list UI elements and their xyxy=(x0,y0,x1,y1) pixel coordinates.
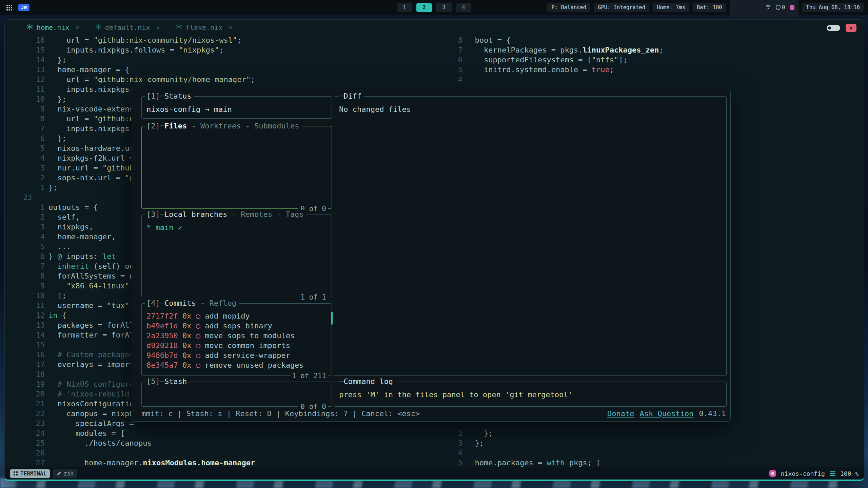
code-line[interactable]: 2 }; xyxy=(439,428,863,438)
panel-key: [3] xyxy=(146,210,160,219)
wifi-icon[interactable] xyxy=(734,0,771,17)
editor-pane-right[interactable]: 8 boot = {7 kernelPackages = pkgs.linuxP… xyxy=(439,35,863,84)
commit-row[interactable]: b49ef1d 0x ○ add sops binary xyxy=(146,321,327,331)
line-number: 19 xyxy=(18,379,45,389)
layout-list-icon[interactable] xyxy=(830,470,835,477)
line-number: 8 xyxy=(18,114,45,124)
branches-count: 1 of 1 xyxy=(298,292,328,302)
line-number: 24 xyxy=(18,428,45,438)
donate-link[interactable]: Donate xyxy=(607,409,634,419)
line-number: 10 xyxy=(18,94,45,104)
workspace-1[interactable]: 1 xyxy=(397,3,412,12)
commit-list: 2717f2f 0x ○ add mopidyb49ef1d 0x ○ add … xyxy=(142,304,332,370)
workspace-switcher: 1 2 3 4 xyxy=(397,3,471,12)
nix-snowflake-icon xyxy=(176,23,182,32)
tab-label: default.nix xyxy=(105,23,150,32)
code-line[interactable]: 27 home-manager.nixosModules.home-manage… xyxy=(5,458,435,468)
code-line[interactable]: 24 modules = [ xyxy=(5,428,435,438)
panel-stash[interactable]: [5]─Stash 0 of 0 xyxy=(141,382,332,407)
code-line[interactable]: 5 initrd.systemd.enable = true; xyxy=(439,65,863,75)
panel-tabs[interactable]: - Worktrees - Submodules xyxy=(187,122,299,130)
code-line[interactable]: 6 supportedFilesystems = ["ntfs"]; xyxy=(439,55,863,65)
tab-close-icon[interactable]: × xyxy=(229,24,232,31)
code-line[interactable]: 26 xyxy=(5,448,435,458)
panel-title: Files xyxy=(164,122,187,130)
workspace-2[interactable]: 2 xyxy=(416,3,432,12)
panel-title: Local branches xyxy=(164,210,227,219)
panel-command-log[interactable]: ─Command log press 'M' in the files pane… xyxy=(334,382,727,407)
line-number: 13 xyxy=(18,320,45,330)
code-line[interactable]: 25 ./hosts/canopus xyxy=(5,438,435,448)
shell-tab[interactable]: zsh xyxy=(53,469,77,478)
scroll-percent: 100 % xyxy=(840,470,859,477)
code-line[interactable]: 5 home.packages = with pkgs; [ xyxy=(439,458,863,468)
code-line[interactable]: 8 boot = { xyxy=(439,35,863,45)
commits-scrollbar[interactable] xyxy=(331,312,333,325)
lazygit-popup: [1]─Status nixos-config → main [2]─Files… xyxy=(131,89,731,422)
panel-status[interactable]: [1]─Status nixos-config → main xyxy=(141,96,332,119)
tab-flake-nix[interactable]: flake.nix × xyxy=(176,23,233,32)
line-number: 22 xyxy=(18,409,45,419)
window-close-button[interactable]: × xyxy=(846,24,856,32)
tab-close-icon[interactable]: × xyxy=(156,24,160,31)
line-number: 7 xyxy=(439,45,462,55)
line-number: 27 xyxy=(18,458,45,468)
line-number: 2 xyxy=(439,428,462,438)
code-line[interactable]: 4 xyxy=(439,448,863,458)
line-number: 10 xyxy=(18,291,45,301)
panel-title: Command log xyxy=(343,377,393,386)
ask-question-link[interactable]: Ask Question xyxy=(640,409,694,419)
line-number: 13 xyxy=(18,65,45,75)
line-number: 6 xyxy=(18,251,45,261)
diff-content: No changed files xyxy=(334,97,726,114)
app-launcher-icon[interactable] xyxy=(4,2,14,13)
line-number: 14 xyxy=(18,330,45,340)
user-badge[interactable]: JW xyxy=(18,4,29,11)
panel-commits[interactable]: [4]─Commits - Reflog 2717f2f 0x ○ add mo… xyxy=(141,303,332,376)
line-number: 8 xyxy=(439,35,462,45)
line-number: 8 xyxy=(18,271,45,281)
commit-row[interactable]: 8e345a7 0x ○ remove unused packages xyxy=(146,360,327,370)
code-line[interactable]: 7 kernelPackages = pkgs.linuxPackages_ze… xyxy=(439,45,863,55)
commit-row[interactable]: d920218 0x ○ move common imports xyxy=(146,341,327,350)
tab-close-icon[interactable]: × xyxy=(75,24,79,31)
code-line[interactable]: 13 home-manager = { xyxy=(5,65,435,75)
tab-default-nix[interactable]: default.nix × xyxy=(95,23,160,32)
line-number: 25 xyxy=(18,438,45,448)
commit-row[interactable]: 2a23950 0x ○ move sops to modules xyxy=(146,331,327,341)
commits-count: 1 of 211 xyxy=(290,371,328,381)
line-number: 7 xyxy=(18,261,45,271)
session-name[interactable]: nixos-config xyxy=(781,470,825,477)
line-number: 7 xyxy=(18,124,45,134)
panel-title: Stash xyxy=(164,377,187,386)
window-toggle[interactable] xyxy=(827,25,840,31)
indicator-icon[interactable] xyxy=(790,5,794,10)
line-number: 11 xyxy=(18,301,45,310)
code-line[interactable]: 12 url = "github:nix-community/home-mana… xyxy=(5,75,435,84)
panel-diff[interactable]: ─Diff No changed files xyxy=(334,96,727,376)
panel-files[interactable]: [2]─Files - Worktrees - Submodules 0 of … xyxy=(141,126,332,209)
code-line[interactable]: 16 url = "github:nix-community/nixos-wsl… xyxy=(5,35,435,45)
code-line[interactable]: 14 }; xyxy=(5,55,435,65)
panel-key: [4] xyxy=(146,299,160,307)
commit-row[interactable]: 9486b7d 0x ○ add service-wrapper xyxy=(146,350,327,360)
line-number: 21 xyxy=(18,399,45,409)
nix-snowflake-icon xyxy=(26,23,33,32)
session-icon[interactable] xyxy=(769,470,776,477)
line-number: 1 xyxy=(18,202,45,212)
editor-pane-right-bottom[interactable]: 2 };3 };45 home.packages = with pkgs; [ xyxy=(439,428,863,468)
line-number: 23 xyxy=(18,192,50,202)
workspace-4[interactable]: 4 xyxy=(456,3,471,12)
code-line[interactable]: 3 }; xyxy=(439,438,863,448)
line-number: 26 xyxy=(18,448,45,458)
shield-icon[interactable]: 0 xyxy=(776,4,785,11)
panel-branches[interactable]: [3]─Local branches - Remotes - Tags * ma… xyxy=(141,215,332,297)
code-line[interactable]: 15 inputs.nixpkgs.follows = "nixpkgs"; xyxy=(5,45,435,55)
commit-row[interactable]: 2717f2f 0x ○ add mopidy xyxy=(146,311,327,321)
tab-home-nix[interactable]: home.nix × xyxy=(26,23,79,32)
panel-tabs[interactable]: - Reflog xyxy=(196,299,236,307)
code-line[interactable]: 4 xyxy=(439,75,863,84)
line-number: 3 xyxy=(439,438,462,448)
panel-tabs[interactable]: - Remotes - Tags xyxy=(227,210,303,219)
workspace-3[interactable]: 3 xyxy=(436,3,452,12)
